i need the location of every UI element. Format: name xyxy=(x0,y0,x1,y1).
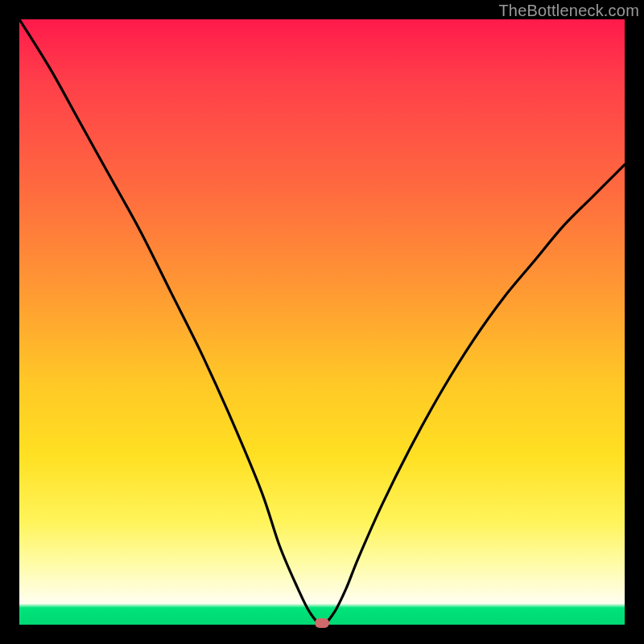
watermark-text: TheBottleneck.com xyxy=(498,2,639,20)
chart-frame: TheBottleneck.com xyxy=(0,0,644,644)
chart-plot-area xyxy=(19,19,625,625)
bottleneck-curve xyxy=(19,19,625,625)
optimum-marker xyxy=(315,618,329,628)
